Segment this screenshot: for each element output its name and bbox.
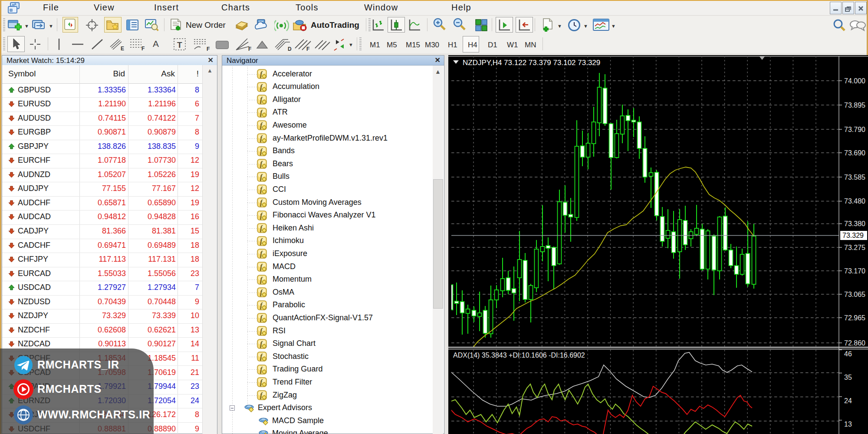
svg-text:F: F <box>306 46 309 52</box>
svg-text:13: 13 <box>844 421 852 428</box>
svg-text:73.585: 73.585 <box>844 174 865 181</box>
svg-text:73.170: 73.170 <box>844 267 865 275</box>
svg-text:74.000: 74.000 <box>844 77 865 85</box>
svg-text:73.690: 73.690 <box>844 149 865 157</box>
svg-text:F: F <box>141 46 145 51</box>
svg-text:73.895: 73.895 <box>844 102 865 109</box>
svg-text:72.860: 72.860 <box>844 339 865 347</box>
svg-text:73.275: 73.275 <box>844 244 865 251</box>
svg-text:F: F <box>248 46 251 52</box>
svg-text:ADX(14) 35.3843 +DI:10.1606 -D: ADX(14) 35.3843 +DI:10.1606 -DI:16.6902 <box>453 352 585 359</box>
svg-text:72.965: 72.965 <box>844 314 865 322</box>
svg-text:46: 46 <box>844 350 852 358</box>
svg-text:F: F <box>207 46 210 52</box>
svg-text:73.790: 73.790 <box>844 126 865 133</box>
svg-text:35: 35 <box>844 374 852 381</box>
svg-text:E: E <box>121 46 124 51</box>
svg-text:NZDJPY,H4 73.122 73.379 73.10: NZDJPY,H4 73.122 73.379 73.102 73.329 <box>463 59 600 67</box>
svg-text:24: 24 <box>844 397 852 404</box>
svg-text:73.480: 73.480 <box>844 197 865 205</box>
svg-text:73.329: 73.329 <box>842 232 864 239</box>
svg-text:T: T <box>177 40 182 49</box>
svg-text:73.065: 73.065 <box>844 291 865 298</box>
svg-text:D: D <box>288 46 292 52</box>
svg-text:73.380: 73.380 <box>844 220 865 227</box>
